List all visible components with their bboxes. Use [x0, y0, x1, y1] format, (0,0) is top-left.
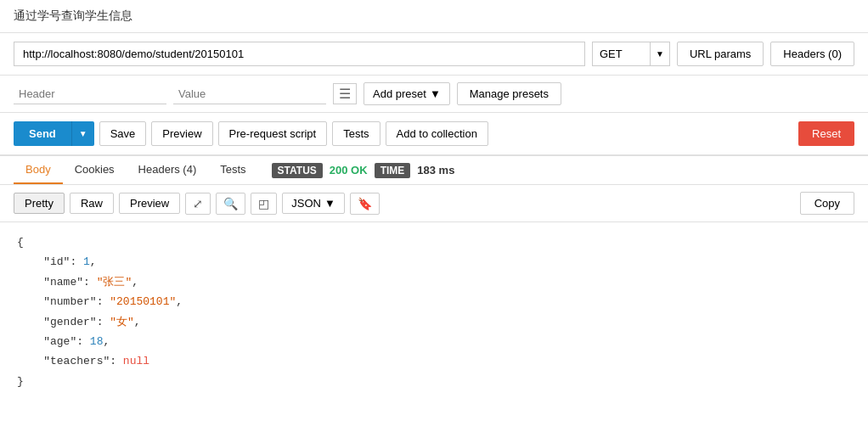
status-area: STATUS 200 OK TIME 183 ms [272, 163, 455, 178]
json-line-bracket-close: } [17, 372, 851, 391]
add-preset-label: Add preset [373, 87, 426, 100]
send-dropdown-button[interactable]: ▼ [71, 121, 94, 146]
action-bar: Send ▼ Save Preview Pre-request script T… [0, 113, 868, 156]
time-value: 183 ms [417, 164, 454, 177]
json-line-id: "id": 1, [17, 252, 851, 272]
json-chevron-icon: ▼ [324, 197, 335, 210]
bulk-edit-button[interactable]: ☰ [333, 83, 357, 104]
send-btn-group: Send ▼ [14, 121, 94, 146]
json-format-button[interactable]: JSON ▼ [282, 193, 345, 214]
json-line-bracket-open: { [17, 233, 851, 252]
bookmark-icon[interactable]: 🔖 [350, 193, 380, 215]
raw-button[interactable]: Raw [70, 193, 114, 214]
url-bar: GET POST PUT DELETE ▼ URL params Headers… [0, 33, 868, 76]
json-line-gender: "gender": "女", [17, 312, 851, 332]
status-badge: STATUS [272, 163, 323, 178]
preview-view-button[interactable]: Preview [119, 193, 180, 214]
save-button[interactable]: Save [99, 121, 147, 146]
add-preset-chevron-icon: ▼ [430, 87, 441, 100]
response-body: { "id": 1, "name": "张三", "number": "2015… [0, 222, 868, 401]
page-title-bar: 通过学号查询学生信息 [0, 0, 868, 33]
send-button[interactable]: Send [14, 121, 71, 146]
method-wrapper: GET POST PUT DELETE ▼ [592, 42, 670, 66]
header-row: ☰ Add preset ▼ Manage presets [0, 76, 868, 113]
add-preset-button[interactable]: Add preset ▼ [364, 82, 450, 105]
status-code: 200 OK [330, 164, 368, 177]
json-line-teachers: "teachers": null [17, 351, 851, 371]
pretty-button[interactable]: Pretty [14, 193, 65, 214]
header-input[interactable] [14, 84, 166, 104]
search-icon[interactable]: 🔍 [216, 193, 245, 215]
tests-button[interactable]: Tests [332, 121, 380, 146]
method-select[interactable]: GET POST PUT DELETE [593, 42, 650, 65]
url-input[interactable] [14, 42, 585, 66]
view-bar: Pretty Raw Preview ⤢ 🔍 ◰ JSON ▼ 🔖 Copy [0, 185, 868, 222]
url-params-button[interactable]: URL params [677, 42, 764, 66]
headers-button[interactable]: Headers (0) [770, 42, 854, 66]
tab-headers[interactable]: Headers (4) [127, 156, 209, 184]
method-dropdown-btn[interactable]: ▼ [650, 42, 669, 65]
preview-button[interactable]: Preview [151, 121, 212, 146]
expand-icon[interactable]: ⤢ [185, 193, 211, 215]
page-title: 通过学号查询学生信息 [14, 8, 132, 22]
time-badge: TIME [375, 163, 411, 178]
value-input[interactable] [173, 84, 326, 104]
json-line-name: "name": "张三", [17, 272, 851, 292]
wrap-icon[interactable]: ◰ [251, 193, 277, 215]
response-tabs: Body Cookies Headers (4) Tests STATUS 20… [0, 156, 868, 185]
json-line-number: "number": "20150101", [17, 292, 851, 311]
prerequest-button[interactable]: Pre-request script [218, 121, 328, 146]
json-line-age: "age": 18, [17, 332, 851, 351]
json-label: JSON [291, 197, 321, 210]
copy-button[interactable]: Copy [800, 192, 854, 215]
add-to-collection-button[interactable]: Add to collection [386, 121, 488, 146]
tab-cookies[interactable]: Cookies [63, 156, 127, 184]
reset-button[interactable]: Reset [798, 121, 854, 146]
manage-presets-button[interactable]: Manage presets [457, 82, 561, 105]
tab-body[interactable]: Body [14, 156, 63, 184]
tab-tests[interactable]: Tests [208, 156, 257, 184]
